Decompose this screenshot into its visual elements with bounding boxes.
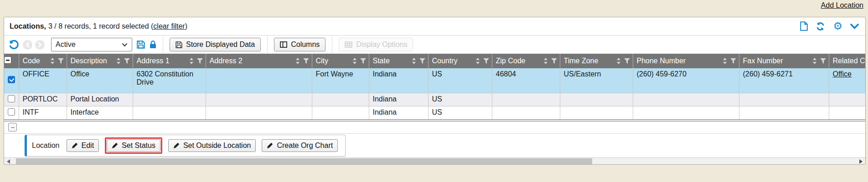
cell-zipcode: 46804 [492,68,560,93]
column-header-country[interactable]: Country [428,54,492,68]
row-select-cell[interactable] [4,93,19,106]
store-displayed-data-button[interactable]: Store Displayed Data [170,38,261,51]
row-select-cell[interactable] [4,68,19,93]
select-all-header[interactable] [4,54,19,68]
scroll-left-icon[interactable] [7,159,10,164]
status-filter-select[interactable]: Active [51,38,132,51]
store-displayed-data-label: Store Displayed Data [186,40,255,49]
refresh-icon[interactable] [816,22,825,31]
table-row[interactable]: INTF Interface Indiana US [4,106,865,119]
edit-button[interactable]: Edit [67,139,99,152]
select-chevron-icon [122,43,128,47]
page: { "page": { "add_location_link": "Add Lo… [0,0,868,182]
cell-address1: 6302 Constitution Drive [133,68,206,93]
row-select-cell[interactable] [4,106,19,119]
column-header-zipcode[interactable]: Zip Code [492,54,560,68]
filter-icon[interactable] [197,58,203,64]
sort-icon[interactable] [352,58,357,64]
sort-icon[interactable] [295,58,300,64]
sort-icon[interactable] [189,58,194,64]
new-document-icon[interactable] [800,21,808,31]
filter-icon[interactable] [419,58,425,64]
related-chart-link[interactable]: Office [833,70,852,78]
cell-state: Indiana [369,68,428,93]
panel-title: Locations, [10,22,46,30]
filter-icon[interactable] [730,58,736,64]
select-all-checkbox[interactable] [4,56,11,64]
sort-icon[interactable] [723,58,727,64]
column-header-timezone[interactable]: Time Zone [560,54,633,68]
cell-country: US [428,106,492,119]
horizontal-scrollbar[interactable] [4,157,865,165]
pencil-icon [267,142,273,149]
column-header-description[interactable]: Description [67,54,133,68]
filter-icon[interactable] [360,58,366,64]
actions-collapse-bar: − [4,121,865,134]
filter-icon[interactable] [820,58,826,64]
create-org-chart-button[interactable]: Create Org Chart [262,139,338,152]
columns-button[interactable]: Columns [274,38,326,51]
scroll-right-icon[interactable] [859,159,863,164]
record-actions-area: Location Edit Set Status Set Outside Loc… [4,134,865,157]
column-header-code[interactable]: Code [19,54,67,68]
set-outside-location-button[interactable]: Set Outside Location [168,139,256,152]
table-row[interactable]: OFFICE Office 6302 Constitution Drive Fo… [4,68,865,93]
cell-fax [739,106,829,119]
row-checkbox[interactable] [8,76,15,83]
set-status-label: Set Status [122,142,155,150]
gear-icon[interactable]: ⚙ [833,21,842,31]
next-record-icon[interactable] [35,40,45,50]
row-checkbox[interactable] [8,95,15,102]
cell-fax [739,93,829,106]
floppy-icon [176,41,182,48]
sort-icon[interactable] [50,58,55,64]
set-status-highlight: Set Status [105,137,162,154]
sort-icon[interactable] [116,58,121,64]
save-view-icon[interactable] [137,40,145,49]
filter-icon[interactable] [551,58,557,64]
locations-grid: Code Description Address 1 Address 2 Cit… [4,54,865,120]
display-options-label: Display Options [356,40,407,49]
row-checkbox[interactable] [8,108,15,116]
column-header-related-charts[interactable]: Related Cha [829,54,865,68]
lock-icon[interactable] [150,40,156,49]
filter-icon[interactable] [124,58,130,64]
column-header-address1[interactable]: Address 1 [133,54,206,68]
column-header-phone[interactable]: Phone Number [633,54,739,68]
sort-icon[interactable] [543,58,548,64]
table-row[interactable]: PORTLOC Portal Location Indiana US [4,93,865,106]
cell-country: US [428,68,492,93]
sort-icon[interactable] [812,58,817,64]
column-header-fax[interactable]: Fax Number [739,54,829,68]
previous-record-icon[interactable] [23,40,32,50]
scrollbar-thumb[interactable] [16,158,592,165]
cell-timezone: US/Eastern [560,68,633,93]
cell-related-charts [829,106,865,119]
filter-icon[interactable] [483,58,489,64]
chevron-down-icon[interactable] [850,24,859,29]
set-status-button[interactable]: Set Status [107,139,160,152]
column-header-state[interactable]: State [369,54,428,68]
filter-icon[interactable] [303,58,309,64]
cell-state: Indiana [369,106,428,119]
clear-filter-link[interactable]: clear filter [153,22,185,30]
filter-icon[interactable] [624,58,630,64]
sort-icon[interactable] [475,58,480,64]
cell-address1 [133,93,206,106]
sort-icon[interactable] [412,58,416,64]
pencil-icon [72,142,78,149]
collapse-actions-icon[interactable]: − [8,123,17,131]
column-header-city[interactable]: City [312,54,369,68]
sort-icon[interactable] [616,58,621,64]
cell-phone [633,93,739,106]
filter-icon[interactable] [58,58,64,64]
locations-panel: Locations, 3 / 8 records, 1 record selec… [4,17,866,165]
status-filter-value: Active [56,40,76,49]
column-header-address2[interactable]: Address 2 [206,54,312,68]
toolbar-separator [163,36,163,53]
undo-icon[interactable] [9,40,19,50]
add-location-link[interactable]: Add Location [821,1,863,10]
grid-toolbar: Active Store Displayed Data Columns Disp… [4,35,865,54]
cell-city: Fort Wayne [312,68,369,93]
cell-phone [633,106,739,119]
